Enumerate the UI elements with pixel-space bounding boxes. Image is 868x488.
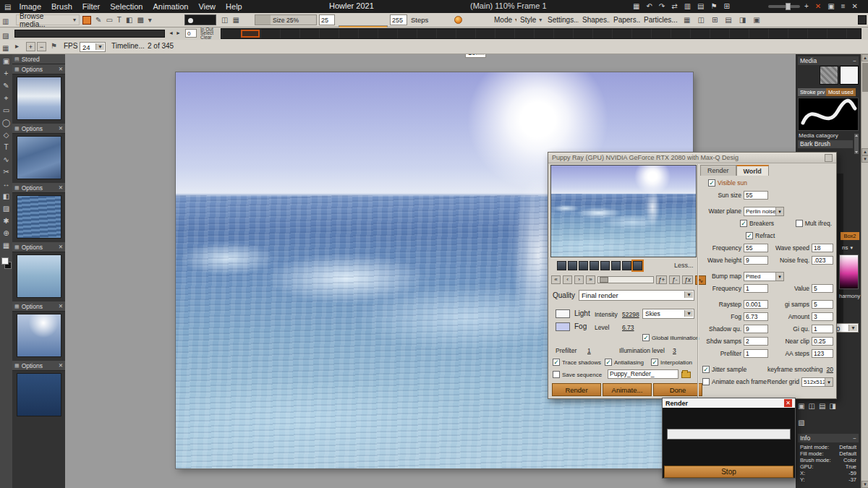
color-gradient-picker[interactable] bbox=[839, 254, 859, 289]
timeline-icon[interactable]: ▦ bbox=[2, 42, 9, 55]
progress-title-bar[interactable]: Render ✕ bbox=[663, 398, 795, 408]
cylinder-icon[interactable]: ◫ bbox=[808, 400, 814, 413]
progress-close-button[interactable]: ✕ bbox=[784, 399, 792, 407]
close-icon[interactable]: ✕ bbox=[59, 184, 63, 191]
global-illumination-checkbox[interactable]: Global illumination bbox=[642, 334, 699, 341]
preview-mode-6[interactable] bbox=[611, 261, 621, 270]
keyframe-remove-button[interactable]: ƒ- bbox=[669, 275, 680, 284]
spray-tool-icon[interactable]: ✱ bbox=[1, 216, 12, 226]
gi-qu-input[interactable]: 1 bbox=[812, 325, 833, 333]
timeline-frame-strip[interactable] bbox=[221, 28, 861, 39]
keyframe-clear-button[interactable]: ƒx bbox=[682, 275, 693, 284]
menu-item-filter[interactable]: Filter bbox=[77, 0, 105, 13]
clone-tool-icon[interactable]: ⊕ bbox=[1, 228, 12, 239]
interpolation-checkbox[interactable]: Interpolation bbox=[651, 359, 692, 366]
frame-slider[interactable] bbox=[597, 276, 654, 283]
media-thumbnail[interactable] bbox=[17, 373, 61, 416]
cut-tool-icon[interactable]: ✂ bbox=[1, 167, 12, 177]
media-thumbnail[interactable] bbox=[17, 314, 61, 357]
aa-steps-input[interactable]: 123 bbox=[812, 349, 833, 358]
color-swatch[interactable] bbox=[82, 16, 91, 25]
swatch-panel-icon[interactable]: ▣ bbox=[753, 14, 760, 27]
less-link[interactable]: Less... bbox=[674, 262, 694, 269]
level-value[interactable]: 6.73 bbox=[622, 324, 634, 331]
zoom-plus-icon[interactable]: + bbox=[804, 0, 809, 13]
menu-item-animation[interactable]: Animation bbox=[148, 0, 194, 13]
curve-tool-icon[interactable]: ∿ bbox=[1, 155, 12, 165]
size-slider[interactable]: Size 25% bbox=[255, 14, 317, 25]
close-icon[interactable]: ✕ bbox=[59, 362, 63, 369]
text-tool-icon[interactable]: T bbox=[1, 142, 12, 153]
half-icon[interactable]: ◨ bbox=[739, 14, 746, 27]
toolbar-end-button[interactable] bbox=[858, 15, 867, 25]
pencil-icon[interactable]: ✎ bbox=[95, 14, 101, 27]
folder-icon[interactable] bbox=[681, 372, 691, 378]
size-value-field[interactable]: 25 bbox=[319, 14, 335, 25]
media-thumbnail[interactable] bbox=[820, 66, 838, 85]
rect-tool-icon[interactable]: ▭ bbox=[106, 14, 112, 27]
render-grid-select[interactable]: 512x512 bbox=[801, 377, 833, 387]
collapse-icon[interactable]: − bbox=[853, 58, 856, 64]
scroll-thumb[interactable] bbox=[862, 63, 868, 92]
app-menu-icon[interactable]: ▤ bbox=[1, 3, 14, 11]
prev-frame-button[interactable]: ‹ bbox=[563, 275, 572, 284]
stop-button[interactable]: Stop bbox=[664, 466, 793, 478]
media-list-scrollbar[interactable] bbox=[854, 134, 859, 154]
tab-world[interactable]: World bbox=[736, 165, 769, 176]
raystep-input[interactable]: 0.001 bbox=[744, 300, 768, 309]
scroll-up-icon[interactable]: ▲ bbox=[861, 148, 868, 155]
illumination-level-value[interactable]: 3 bbox=[673, 347, 676, 354]
prefilter-input[interactable]: 1 bbox=[744, 349, 768, 358]
breakers-checkbox[interactable]: Breakers bbox=[740, 220, 774, 227]
mirror-icon[interactable]: ◫ bbox=[221, 14, 228, 27]
scrub-track[interactable] bbox=[14, 30, 165, 38]
media-panel-header[interactable]: Media − bbox=[798, 56, 859, 65]
fog-color-swatch[interactable] bbox=[556, 322, 570, 331]
close-icon[interactable]: ✕ bbox=[59, 244, 63, 250]
preview-mode-5[interactable] bbox=[600, 261, 610, 270]
preview-mode-8[interactable] bbox=[633, 261, 642, 270]
scroll-down-icon[interactable]: ▼ bbox=[861, 155, 868, 163]
first-frame-button[interactable]: « bbox=[551, 275, 561, 284]
options-header[interactable]: ▦Options✕ bbox=[12, 301, 65, 312]
media-thumbnail[interactable] bbox=[17, 195, 61, 239]
dialog-title-bar[interactable]: Puppy Ray (GPU) NVIDIA GeForce RTX 2080 … bbox=[548, 153, 836, 163]
picker-tool-icon[interactable]: ⌖ bbox=[1, 93, 12, 103]
zoom-slider-knob[interactable] bbox=[786, 3, 791, 10]
tab-render[interactable]: Render bbox=[700, 165, 736, 176]
foreground-color-swatch[interactable] bbox=[1, 257, 9, 265]
right-scrollbar[interactable]: ▲ ▲ ▼ ▼ bbox=[861, 54, 868, 488]
prefilter-value[interactable]: 1 bbox=[587, 347, 591, 354]
grid-toggle-icon[interactable]: ⊞ bbox=[712, 14, 718, 27]
close-icon[interactable]: ✕ bbox=[59, 303, 63, 309]
zoom-slider[interactable] bbox=[768, 5, 800, 8]
antialiasing-checkbox[interactable]: Antialiasing bbox=[605, 359, 644, 366]
options-select[interactable]: ns bbox=[842, 244, 853, 251]
near-clip-input[interactable]: 0.25 bbox=[812, 337, 833, 346]
sun-size-input[interactable]: 55 bbox=[744, 191, 768, 200]
fullscreen-icon[interactable]: ⊞ bbox=[724, 0, 730, 13]
close-icon[interactable]: ✕ bbox=[852, 0, 858, 13]
close-icon[interactable]: ✕ bbox=[59, 125, 63, 132]
brush-list-item[interactable]: Bark Brush bbox=[798, 140, 853, 148]
quality-select[interactable]: Final render bbox=[579, 290, 694, 301]
marker-icon[interactable]: ⚑ bbox=[51, 42, 57, 50]
frequency-input[interactable]: 55 bbox=[744, 244, 768, 252]
dropdown-arrow-icon[interactable]: ▾ bbox=[148, 14, 152, 27]
dialog-close-button[interactable] bbox=[825, 154, 833, 162]
tab-most-used[interactable]: Most used bbox=[826, 88, 856, 96]
preview-mode-2[interactable] bbox=[568, 261, 577, 270]
browse-media-button[interactable]: Browse media... bbox=[16, 14, 80, 25]
gi-samps-input[interactable]: 5 bbox=[812, 300, 833, 309]
shadow-qu-input[interactable]: 9 bbox=[744, 325, 768, 333]
play-icon[interactable]: ▸ bbox=[15, 42, 19, 50]
media-thumbnail-selected[interactable] bbox=[840, 66, 859, 85]
preview-mode-7[interactable] bbox=[622, 261, 631, 270]
scrub-next-icon[interactable]: ► bbox=[176, 30, 181, 35]
noise-freq-input[interactable]: .023 bbox=[812, 256, 833, 265]
done-button[interactable]: Done bbox=[653, 383, 702, 396]
animate-each-frame-checkbox[interactable]: Animate each frame bbox=[702, 378, 767, 385]
add-frame-button[interactable]: + bbox=[26, 42, 35, 51]
pan-tool-icon[interactable]: ↔ bbox=[1, 179, 12, 189]
menu-item-image[interactable]: Image bbox=[14, 0, 46, 13]
